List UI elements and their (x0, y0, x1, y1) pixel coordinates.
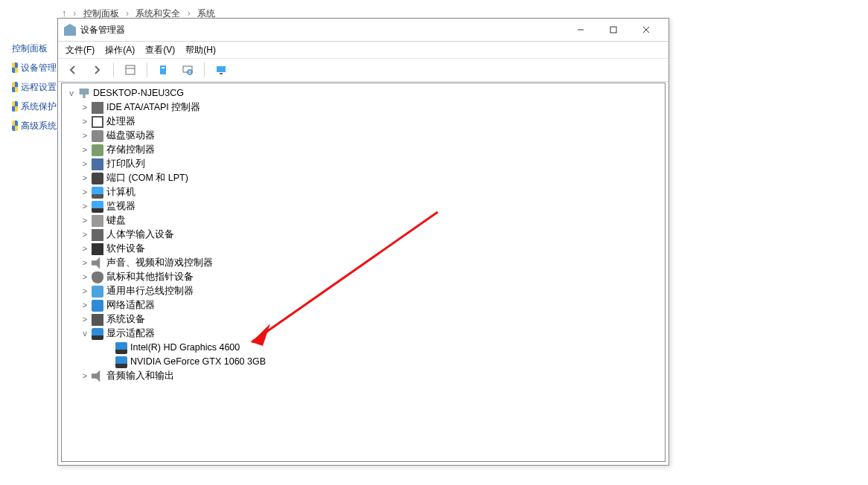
tree-node[interactable]: >键盘 (62, 213, 665, 228)
maximize-button[interactable] (597, 19, 630, 41)
tree-node[interactable]: >存储控制器 (62, 143, 665, 157)
expand-toggle[interactable]: > (80, 284, 90, 298)
expand-toggle[interactable]: > (80, 256, 90, 270)
expand-toggle[interactable]: > (80, 242, 90, 256)
tree-node[interactable]: >处理器 (62, 115, 665, 129)
menu-help[interactable]: 帮助(H) (185, 44, 216, 57)
sidebar-item[interactable]: 高级系统 (12, 116, 57, 135)
menu-bar: 文件(F) 操作(A) 查看(V) 帮助(H) (58, 42, 668, 59)
expand-toggle[interactable]: > (80, 115, 90, 129)
menu-view[interactable]: 查看(V) (145, 44, 175, 57)
pc-icon (78, 88, 90, 100)
cpu-icon (92, 116, 103, 128)
tree-label: 磁盘驱动器 (106, 129, 155, 143)
tree-label: 计算机 (106, 185, 135, 199)
close-button[interactable] (630, 19, 663, 41)
breadcrumb-seg[interactable]: 系统 (197, 8, 215, 19)
expand-toggle[interactable]: v (66, 86, 77, 100)
tree-label: 网络适配器 (106, 298, 155, 312)
tree-node[interactable]: >Intel(R) HD Graphics 4600 (62, 341, 665, 355)
tree-label: 处理器 (106, 115, 135, 129)
tree-label: 系统设备 (106, 312, 145, 327)
tree-node[interactable]: >磁盘驱动器 (62, 129, 665, 143)
tree-node[interactable]: >音频输入和输出 (62, 369, 665, 383)
tree-node[interactable]: >打印队列 (62, 157, 665, 171)
app-icon (64, 24, 76, 36)
expand-toggle[interactable]: > (80, 312, 90, 327)
expand-toggle[interactable]: > (80, 213, 90, 228)
comp-icon (92, 187, 103, 199)
svg-rect-4 (126, 65, 135, 74)
tree-node[interactable]: >鼠标和其他指针设备 (62, 270, 665, 284)
breadcrumb-seg[interactable]: 系统和安全 (135, 8, 180, 19)
ide-icon (92, 102, 103, 114)
tree-node[interactable]: >人体学输入设备 (62, 228, 665, 242)
breadcrumb-seg[interactable]: 控制面板 (83, 8, 119, 19)
tree-node[interactable]: >系统设备 (62, 312, 665, 327)
snd-icon (92, 257, 103, 269)
hid-icon (92, 229, 103, 241)
back-button[interactable] (64, 61, 82, 79)
tree-node[interactable]: >网络适配器 (62, 298, 665, 312)
kb-icon (92, 215, 103, 227)
tree-node[interactable]: vDESKTOP-NJEU3CG (62, 86, 665, 100)
tree-label: 软件设备 (106, 242, 145, 256)
tree-node[interactable]: >IDE ATA/ATAPI 控制器 (62, 100, 665, 115)
expand-toggle[interactable]: > (80, 270, 90, 284)
device-manager-window: 设备管理器 文件(F) 操作(A) 查看(V) 帮助(H) (57, 18, 669, 466)
svg-rect-7 (162, 67, 165, 68)
show-hide-tree-button[interactable] (121, 61, 139, 79)
tree-label: 存储控制器 (106, 143, 155, 157)
sidebar-item[interactable]: 系统保护 (12, 97, 57, 116)
toolbar (58, 59, 668, 82)
shield-icon (12, 62, 18, 73)
expand-toggle[interactable]: > (80, 369, 90, 383)
expand-toggle[interactable]: > (80, 298, 90, 312)
properties-button[interactable] (155, 61, 173, 79)
tree-label: DESKTOP-NJEU3CG (93, 86, 184, 100)
tree-node[interactable]: >软件设备 (62, 242, 665, 256)
gpu-icon (92, 328, 103, 340)
tree-node[interactable]: >计算机 (62, 185, 665, 199)
mouse-icon (92, 272, 103, 283)
expand-toggle[interactable]: > (80, 143, 90, 157)
prn-icon (92, 158, 103, 170)
expand-toggle[interactable]: > (80, 199, 90, 213)
aud-icon (92, 370, 103, 382)
mon-icon (92, 201, 103, 213)
expand-toggle[interactable]: > (80, 171, 90, 185)
sidebar-item[interactable]: 控制面板 (12, 39, 57, 58)
tree-label: 监视器 (106, 199, 135, 213)
tree-label: NVIDIA GeForce GTX 1060 3GB (130, 355, 266, 369)
tree-label: 键盘 (106, 213, 126, 228)
menu-file[interactable]: 文件(F) (66, 44, 95, 57)
scan-hardware-button[interactable] (179, 61, 197, 79)
device-tree[interactable]: vDESKTOP-NJEU3CG>IDE ATA/ATAPI 控制器>处理器>磁… (61, 83, 666, 462)
shield-icon (12, 121, 18, 131)
menu-action[interactable]: 操作(A) (105, 44, 135, 57)
disk-icon (92, 130, 103, 142)
tree-node[interactable]: >NVIDIA GeForce GTX 1060 3GB (62, 355, 665, 369)
minimize-button[interactable] (564, 19, 597, 41)
sidebar-item[interactable]: 设备管理 (12, 58, 57, 77)
tree-label: 人体学输入设备 (106, 228, 174, 242)
expand-toggle[interactable]: > (80, 228, 90, 242)
tree-node[interactable]: >监视器 (62, 199, 665, 213)
expand-toggle[interactable]: > (80, 100, 90, 115)
expand-toggle[interactable]: > (80, 185, 90, 199)
expand-toggle[interactable]: > (80, 129, 90, 143)
shield-icon (12, 101, 18, 112)
tree-node[interactable]: >通用串行总线控制器 (62, 284, 665, 298)
tree-node[interactable]: v显示适配器 (62, 327, 665, 341)
tree-node[interactable]: >端口 (COM 和 LPT) (62, 171, 665, 185)
sidebar-item[interactable]: 远程设置 (12, 77, 57, 97)
expand-toggle[interactable]: > (80, 157, 90, 171)
expand-toggle[interactable]: v (80, 327, 90, 341)
forward-button[interactable] (88, 61, 106, 79)
sys-icon (92, 314, 103, 326)
gpu-icon (115, 342, 127, 354)
titlebar[interactable]: 设备管理器 (58, 19, 668, 42)
monitor-button[interactable] (212, 61, 230, 79)
tree-label: 端口 (COM 和 LPT) (106, 171, 188, 185)
tree-node[interactable]: >声音、视频和游戏控制器 (62, 256, 665, 270)
